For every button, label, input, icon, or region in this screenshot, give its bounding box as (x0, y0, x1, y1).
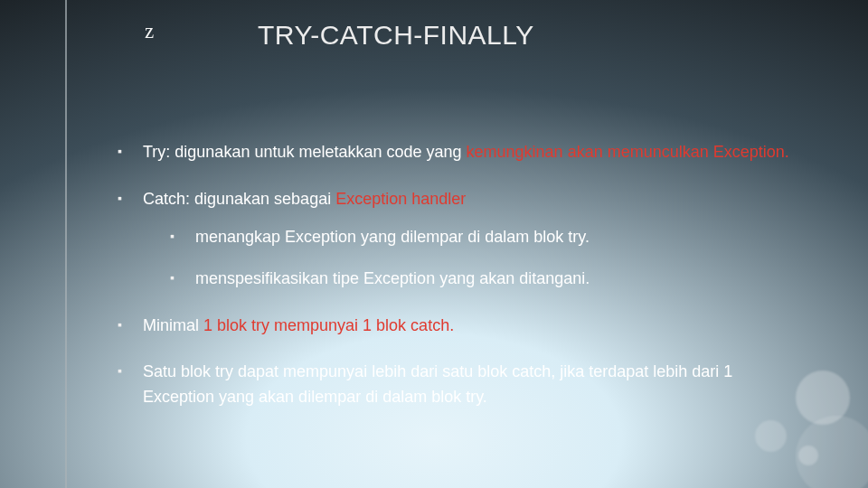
body-text: Try: digunakan untuk meletakkan code yan… (143, 143, 467, 161)
list-item: Try: digunakan untuk meletakkan code yan… (118, 140, 805, 165)
list-item: Catch: digunakan sebagai Exception handl… (118, 187, 805, 292)
list-item: Minimal 1 blok try mempunyai 1 blok catc… (118, 314, 805, 339)
body-text: menangkap Exception yang dilempar di dal… (195, 228, 590, 246)
body-text: Satu blok try dapat mempunyai lebih dari… (143, 362, 732, 406)
body-text: Minimal (143, 316, 203, 334)
slide-content: Try: digunakan untuk meletakkan code yan… (118, 140, 805, 432)
bullet-list: Try: digunakan untuk meletakkan code yan… (118, 140, 805, 410)
slide-title: TRY-CATCH-FINALLY (258, 20, 534, 51)
highlight-text: 1 blok try mempunyai 1 blok catch. (203, 316, 454, 334)
highlight-text: kemungkinan akan memunculkan Exception. (467, 143, 789, 161)
bokeh-dot (796, 416, 868, 488)
sub-bullet-list: menangkap Exception yang dilempar di dal… (143, 225, 805, 292)
z-icon: z (145, 20, 154, 43)
highlight-text: Exception handler (335, 190, 466, 208)
list-item: menspesifikasikan tipe Exception yang ak… (170, 267, 805, 292)
body-text: Catch: digunakan sebagai (143, 190, 335, 208)
vertical-divider (65, 0, 67, 488)
list-item: menangkap Exception yang dilempar di dal… (170, 225, 805, 250)
bokeh-dot (755, 420, 787, 452)
body-text: menspesifikasikan tipe Exception yang ak… (195, 269, 590, 287)
slide: z TRY-CATCH-FINALLY Try: digunakan untuk… (0, 0, 868, 488)
list-item: Satu blok try dapat mempunyai lebih dari… (118, 360, 805, 410)
